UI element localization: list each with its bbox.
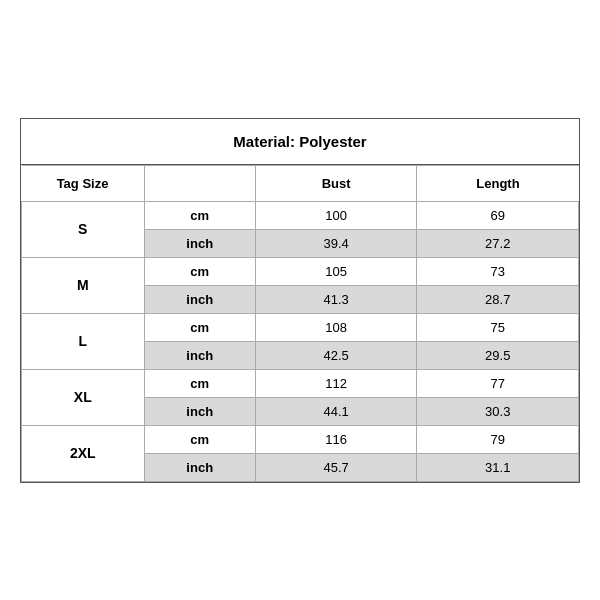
bust-inch: 44.1 <box>255 397 417 425</box>
unit-cm: cm <box>144 257 255 285</box>
length-inch: 27.2 <box>417 229 579 257</box>
table-row: L cm 108 75 <box>22 313 579 341</box>
length-cm: 69 <box>417 201 579 229</box>
length-cm: 73 <box>417 257 579 285</box>
size-chart-wrapper: Material: Polyester Tag Size Bust Length… <box>20 118 580 483</box>
tag-size-cell: XL <box>22 369 145 425</box>
unit-cm: cm <box>144 201 255 229</box>
length-inch: 31.1 <box>417 453 579 481</box>
length-cm: 77 <box>417 369 579 397</box>
bust-cm: 108 <box>255 313 417 341</box>
unit-inch: inch <box>144 397 255 425</box>
length-inch: 29.5 <box>417 341 579 369</box>
length-cm: 79 <box>417 425 579 453</box>
bust-cm: 105 <box>255 257 417 285</box>
bust-inch: 42.5 <box>255 341 417 369</box>
unit-inch: inch <box>144 229 255 257</box>
unit-cm: cm <box>144 425 255 453</box>
bust-cm: 100 <box>255 201 417 229</box>
bust-inch: 39.4 <box>255 229 417 257</box>
col-header-bust: Bust <box>255 165 417 201</box>
col-header-tag-size: Tag Size <box>22 165 145 201</box>
table-row: S cm 100 69 <box>22 201 579 229</box>
bust-cm: 112 <box>255 369 417 397</box>
tag-size-cell: M <box>22 257 145 313</box>
length-inch: 30.3 <box>417 397 579 425</box>
table-row: 2XL cm 116 79 <box>22 425 579 453</box>
table-title: Material: Polyester <box>21 119 579 165</box>
col-header-length: Length <box>417 165 579 201</box>
table-row: XL cm 112 77 <box>22 369 579 397</box>
bust-inch: 45.7 <box>255 453 417 481</box>
col-header-unit <box>144 165 255 201</box>
bust-inch: 41.3 <box>255 285 417 313</box>
length-inch: 28.7 <box>417 285 579 313</box>
size-table: Tag Size Bust Length S cm 100 69 inch 39… <box>21 165 579 482</box>
tag-size-cell: 2XL <box>22 425 145 481</box>
tag-size-cell: L <box>22 313 145 369</box>
unit-inch: inch <box>144 285 255 313</box>
unit-cm: cm <box>144 313 255 341</box>
unit-inch: inch <box>144 453 255 481</box>
table-row: M cm 105 73 <box>22 257 579 285</box>
tag-size-cell: S <box>22 201 145 257</box>
unit-cm: cm <box>144 369 255 397</box>
unit-inch: inch <box>144 341 255 369</box>
bust-cm: 116 <box>255 425 417 453</box>
length-cm: 75 <box>417 313 579 341</box>
